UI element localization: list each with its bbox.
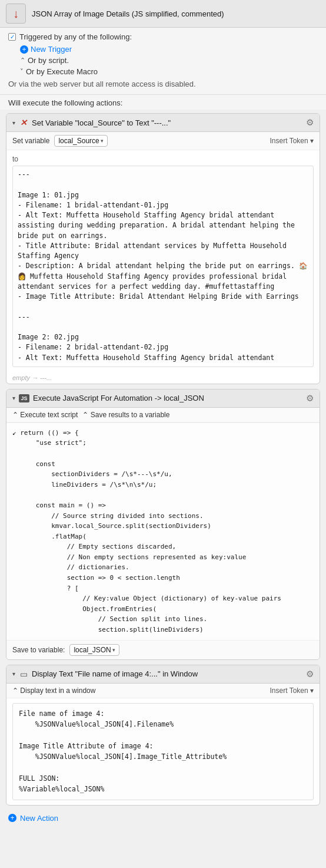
set-variable-action-card: ✕ Set Variable "local_Source" to Text "-…: [6, 113, 320, 384]
set-variable-subrow-label: Set variable: [12, 137, 49, 145]
display-text-code-area[interactable]: File name of image 4: %JSONValue%local_J…: [12, 703, 314, 800]
display-text-insert-token-btn[interactable]: Insert Token ▾: [270, 687, 314, 695]
execute-js-icon: JS: [19, 394, 29, 402]
display-text-body: File name of image 4: %JSONValue%local_J…: [6, 698, 320, 805]
display-text-subrow: ⌃ Display text in a window Insert Token …: [6, 684, 320, 698]
display-text-header: ▭ Display Text "File name of image 4:...…: [6, 665, 320, 684]
actions-container: ✕ Set Variable "local_Source" to Text "-…: [0, 110, 326, 809]
set-variable-body: to --- Image 1: 01.jpg - Filename: 1 bri…: [6, 150, 320, 372]
set-variable-header: ✕ Set Variable "local_Source" to Text "-…: [6, 114, 320, 132]
display-text-insert-token-label: Insert Token ▾: [270, 687, 314, 695]
execute-js-action-card: JS Execute JavaScript For Automation -> …: [6, 389, 320, 660]
trigger-section: ✓ Triggered by any of the following: + N…: [0, 28, 326, 95]
trigger-checkbox-row: ✓ Triggered by any of the following:: [8, 32, 318, 41]
save-to-label: Save to variable:: [12, 646, 65, 654]
execute-js-collapse-chevron[interactable]: [12, 395, 15, 401]
set-variable-header-left: ✕ Set Variable "local_Source" to Text "-…: [12, 118, 171, 127]
save-to-select[interactable]: local_JSON ▾: [69, 644, 119, 656]
set-variable-to-row: to: [12, 155, 314, 163]
set-variable-gear-icon[interactable]: ⚙: [306, 117, 314, 128]
new-trigger-button[interactable]: + New Trigger: [20, 44, 72, 55]
new-action-plus-icon: +: [8, 814, 16, 822]
execute-js-header: JS Execute JavaScript For Automation -> …: [6, 390, 320, 408]
new-action-row: + New Action: [0, 809, 326, 830]
set-variable-select-value: local_Source: [58, 137, 99, 145]
display-text-title: Display Text "File name of image 4:..." …: [32, 669, 198, 678]
or-by-script-row: ⌃ Or by script.: [20, 55, 318, 66]
set-variable-to-label: to: [12, 155, 18, 163]
chevron-down-icon-2: ˅: [20, 68, 24, 75]
display-text-header-left: ▭ Display Text "File name of image 4:...…: [12, 669, 198, 679]
set-variable-select[interactable]: local_Source ▾: [54, 135, 107, 147]
set-variable-subrow: Set variable local_Source ▾ Insert Token…: [6, 132, 320, 150]
new-trigger-label: New Trigger: [31, 45, 72, 54]
set-variable-code-area[interactable]: --- Image 1: 01.jpg - Filename: 1 bridal…: [12, 166, 314, 367]
execute-js-subrow: ⌃ Execute text script ⌃ Save results to …: [6, 408, 320, 423]
chevron-up-icon: ⌃: [20, 57, 25, 64]
execute-js-save-to-row: Save to variable: local_JSON ▾: [6, 640, 320, 659]
download-icon: ↓: [13, 8, 19, 19]
execute-js-title: Execute JavaScript For Automation -> loc…: [33, 394, 204, 402]
display-text-action-card: ▭ Display Text "File name of image 4:...…: [6, 665, 320, 806]
or-by-execute-macro-row: ˅ Or by Execute Macro: [20, 66, 318, 77]
remote-access-text: Or via the web server but all remote acc…: [8, 78, 318, 90]
or-by-execute-macro-label: Or by Execute Macro: [26, 67, 98, 76]
header-icon-box: ↓: [6, 4, 26, 24]
display-text-subrow-label[interactable]: ⌃ Display text in a window: [12, 687, 95, 695]
new-action-button[interactable]: New Action: [20, 814, 58, 823]
save-results-label[interactable]: ⌃ Save results to a variable: [82, 411, 169, 419]
set-variable-empty-text: empty → ---...: [12, 374, 52, 381]
execute-js-code-area[interactable]: ↙ return (() => { "use strict"; const se…: [6, 423, 320, 640]
header-title: JSON Array of Image Details (JS simplifi…: [32, 9, 224, 18]
trigger-any-label: Triggered by any of the following:: [19, 32, 132, 41]
trigger-checkbox[interactable]: ✓: [8, 33, 16, 41]
execute-js-body: ↙ return (() => { "use strict"; const se…: [6, 423, 320, 640]
set-variable-select-arrow: ▾: [101, 138, 104, 144]
execute-js-gear-icon[interactable]: ⚙: [306, 393, 314, 404]
display-text-collapse-chevron[interactable]: [12, 671, 15, 677]
set-variable-insert-token-btn[interactable]: Insert Token ▾: [270, 137, 314, 145]
or-by-script-label: Or by script.: [28, 56, 69, 65]
set-variable-title: Set Variable "local_Source" to Text "---…: [32, 118, 171, 127]
display-text-gear-icon[interactable]: ⚙: [306, 669, 314, 679]
will-execute-label: Will execute the following actions:: [0, 95, 326, 110]
set-variable-insert-token-label: Insert Token ▾: [270, 137, 314, 145]
header-bar: ↓ JSON Array of Image Details (JS simpli…: [0, 0, 326, 28]
save-to-arrow: ▾: [112, 647, 115, 653]
set-variable-icon: ✕: [19, 118, 28, 127]
execute-text-script-label[interactable]: ⌃ Execute text script: [12, 411, 78, 419]
display-text-icon: ▭: [19, 669, 28, 679]
set-variable-empty-row: empty → ---...: [6, 372, 320, 384]
set-variable-collapse-chevron[interactable]: [12, 120, 15, 126]
execute-js-header-left: JS Execute JavaScript For Automation -> …: [12, 394, 204, 402]
plus-icon: +: [20, 45, 28, 54]
save-to-value: local_JSON: [74, 646, 111, 654]
